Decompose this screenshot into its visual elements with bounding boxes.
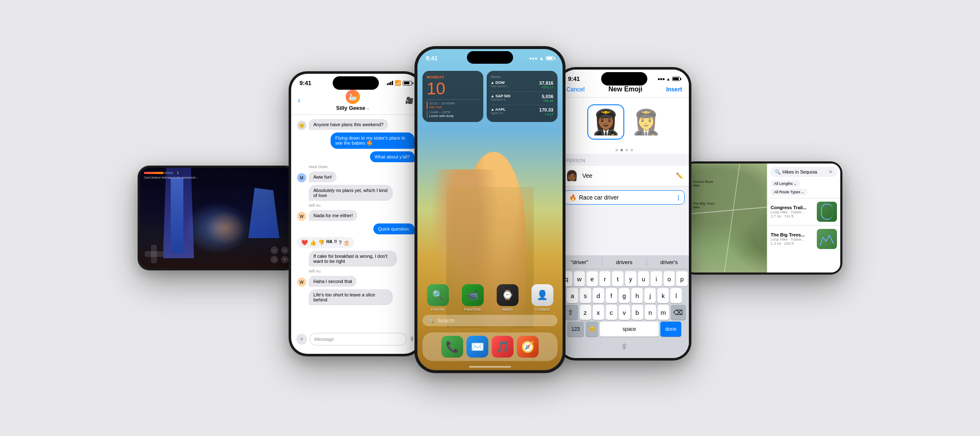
map-result-1[interactable]: Congress Trail... Loop Hike · Tulare... … — [767, 198, 840, 226]
key-o[interactable]: o — [664, 271, 675, 286]
event2-time: 11AM – 12PM — [429, 110, 479, 114]
key-g[interactable]: g — [619, 288, 630, 303]
dock-compass[interactable]: 🧭 — [517, 336, 539, 358]
gaming-hud: 🧍 ● — [144, 171, 291, 175]
key-a[interactable]: a — [567, 288, 578, 303]
key-p[interactable]: p — [676, 271, 688, 286]
key-t[interactable]: t — [612, 271, 623, 286]
home-search-bar[interactable]: 🔍 Search — [422, 315, 558, 326]
emoji-page-dots — [560, 146, 689, 154]
key-w[interactable]: w — [574, 271, 585, 286]
action-buttons[interactable]: ○ △ □ ✕ — [271, 247, 290, 263]
phone-messages: 9:41 📶 ‹ — [289, 71, 423, 356]
emoji-status-time: 9:41 — [568, 75, 580, 82]
emoji-selected[interactable]: 👩🏾‍✈️ — [587, 104, 624, 140]
reaction-thumbsup[interactable]: 👍 — [310, 239, 316, 246]
key-done[interactable]: done — [660, 322, 681, 337]
reaction-heart[interactable]: ❤️ — [301, 239, 308, 246]
stock-aapl: ▲ AAPL Apple Inc. 170.33 +3.17 — [491, 107, 553, 116]
emoji-insert-button[interactable]: Insert — [666, 86, 682, 93]
message-bubble: Absolutely no plans yet, which I kind of… — [309, 185, 393, 201]
dot3 — [626, 149, 628, 151]
emoji-edit-button[interactable]: ✏️ — [676, 172, 683, 179]
app-grid: 🔍 Find My 📹 FaceTime ⌚ Watch 👤 Contacts — [422, 284, 558, 316]
app-facetime[interactable]: 📹 FaceTime — [457, 284, 488, 311]
message-row: 🙂 Anyone have plans this weekend? — [297, 119, 414, 130]
video-call-button[interactable]: 🎥 — [405, 96, 414, 104]
reaction-bar[interactable]: ❤️ 👍 👎 HA !! ? 🎂 — [297, 237, 354, 248]
result-2-distance: 1.3 mi · 240 ft — [771, 241, 814, 246]
filter-length-chevron: ⌄ — [794, 182, 797, 186]
key-emoji[interactable]: 😊 — [586, 322, 598, 337]
app-watch-icon: ⌚ — [497, 284, 519, 306]
message-row: Quick question: — [297, 223, 414, 234]
keyboard-mic-icon[interactable]: 🎙 — [620, 343, 628, 351]
reaction-thumbsdown[interactable]: 👎 — [318, 239, 325, 246]
message-input[interactable]: iMessage — [310, 333, 407, 345]
emoji-text-input[interactable]: 🔥 Race car driver | — [564, 190, 685, 205]
app-watch[interactable]: ⌚ Watch — [492, 284, 523, 311]
result-1-dist-val: 2.7 mi — [771, 214, 781, 218]
emoji-cancel-button[interactable]: Cancel — [566, 86, 585, 93]
key-r[interactable]: r — [599, 271, 611, 286]
key-z[interactable]: z — [580, 305, 591, 320]
key-b[interactable]: b — [632, 305, 643, 320]
group-chevron-icon: ⌄ — [366, 106, 370, 110]
add-attachment-button[interactable]: + — [296, 334, 307, 345]
message-bubble: Haha I second that — [309, 276, 357, 287]
key-v[interactable]: v — [619, 305, 630, 320]
dpad[interactable] — [145, 245, 163, 263]
key-f[interactable]: f — [606, 288, 617, 303]
avatar: 🙂 — [297, 121, 306, 130]
map-result-2[interactable]: The Big Trees... Loop Hike · Tulare... 1… — [767, 226, 840, 252]
map-search-bar[interactable]: 🔍 Hikes in Sequoia ✕ — [771, 167, 837, 177]
app-findmy[interactable]: 🔍 Find My — [422, 284, 453, 311]
key-h[interactable]: h — [631, 288, 643, 303]
key-d[interactable]: d — [593, 288, 604, 303]
map-clear-icon[interactable]: ✕ — [829, 169, 833, 175]
reaction-exclaim[interactable]: !! — [334, 239, 337, 246]
dock-music[interactable]: 🎵 — [492, 336, 513, 358]
app-contacts-icon: 👤 — [532, 284, 553, 306]
dock-mail[interactable]: ✉️ — [467, 336, 488, 358]
key-l[interactable]: l — [670, 288, 682, 303]
result-1-type: Loop Hike · Tulare... — [771, 210, 814, 214]
map-filters: All Lengths ⌄ All Route Types ⌄ — [767, 180, 840, 198]
key-space[interactable]: space — [600, 322, 659, 337]
key-u[interactable]: u — [638, 271, 649, 286]
calendar-widget[interactable]: MONDAY 10 10:15 – 10:45AM Site visit 11A… — [422, 71, 483, 122]
reaction-cake[interactable]: 🎂 — [343, 239, 350, 246]
key-i[interactable]: i — [651, 271, 662, 286]
group-name[interactable]: Silly Geese — [336, 105, 365, 111]
app-contacts[interactable]: 👤 Contacts — [527, 284, 558, 311]
filter-route[interactable]: All Route Types ⌄ — [771, 189, 808, 195]
key-e[interactable]: e — [586, 271, 598, 286]
result-1-info: Congress Trail... Loop Hike · Tulare... … — [771, 205, 814, 218]
maps-screen: Sunset RockHike The Big TreesHike 🔍 Hike… — [685, 164, 840, 272]
key-backspace[interactable]: ⌫ — [671, 305, 686, 320]
autocomplete-1[interactable]: "driver" — [571, 259, 588, 265]
stocks-widget[interactable]: Stocks ▲ DOW Dow Jones I... 37,816 +570.… — [487, 71, 558, 122]
reaction-ha[interactable]: HA — [326, 239, 332, 246]
key-c[interactable]: c — [606, 305, 617, 320]
key-x[interactable]: x — [593, 305, 604, 320]
dock-phone[interactable]: 📞 — [441, 336, 463, 358]
key-123[interactable]: 123 — [567, 322, 584, 337]
key-m[interactable]: m — [658, 305, 669, 320]
filter-length[interactable]: All Lengths ⌄ — [771, 180, 800, 187]
key-s[interactable]: s — [580, 288, 591, 303]
autocomplete-3[interactable]: driver's — [660, 259, 678, 265]
emoji-variant[interactable]: 👩‍✈️ — [631, 108, 661, 136]
message-row: Life's too short to leave a slice behind — [297, 289, 414, 305]
key-k[interactable]: k — [657, 288, 669, 303]
key-j[interactable]: j — [644, 288, 656, 303]
widgets-container: MONDAY 10 10:15 – 10:45AM Site visit 11A… — [422, 71, 558, 122]
autocomplete-2[interactable]: drivers — [616, 259, 633, 265]
key-y[interactable]: y — [625, 271, 636, 286]
messages-back-button[interactable]: ‹ — [298, 96, 300, 105]
app-findmy-label: Find My — [431, 307, 444, 311]
reaction-question[interactable]: ? — [339, 239, 341, 246]
message-row: Absolutely no plans yet, which I kind of… — [297, 185, 414, 201]
key-n[interactable]: n — [645, 305, 656, 320]
app-watch-label: Watch — [502, 307, 513, 311]
